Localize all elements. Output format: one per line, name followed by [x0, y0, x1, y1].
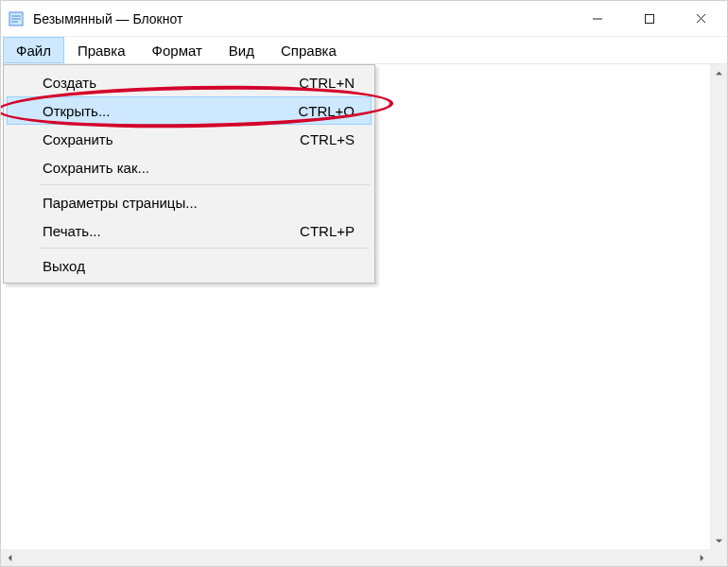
menu-item-save-as[interactable]: Сохранить как...	[7, 153, 372, 181]
menu-item-label: Выход	[43, 258, 355, 274]
menu-file[interactable]: Файл	[3, 37, 64, 63]
close-button[interactable]	[675, 1, 727, 36]
window-controls	[571, 1, 727, 36]
notepad-icon	[7, 9, 26, 28]
minimize-button[interactable]	[571, 1, 623, 36]
menu-item-shortcut: CTRL+N	[299, 75, 355, 91]
menu-bar: Файл Правка Формат Вид Справка	[1, 37, 727, 63]
title-bar: Безымянный — Блокнот	[1, 1, 727, 37]
menu-item-label: Сохранить	[43, 131, 300, 147]
svg-rect-5	[645, 14, 653, 23]
menu-item-print[interactable]: Печать... CTRL+P	[7, 216, 372, 245]
vertical-scrollbar[interactable]	[710, 64, 727, 549]
menu-item-label: Печать...	[43, 223, 300, 239]
window-title: Безымянный — Блокнот	[33, 11, 182, 26]
menu-separator	[41, 248, 370, 249]
menu-item-shortcut: CTRL+O	[298, 103, 355, 119]
menu-item-label: Сохранить как...	[43, 160, 355, 176]
maximize-button[interactable]	[623, 1, 675, 36]
scroll-down-button[interactable]	[710, 532, 727, 549]
client-area: Создать CTRL+N Открыть... CTRL+O Сохрани…	[1, 63, 727, 566]
scroll-left-button[interactable]	[1, 549, 18, 566]
horizontal-scrollbar[interactable]	[1, 549, 710, 566]
scrollbar-corner	[710, 549, 727, 566]
menu-format[interactable]: Формат	[139, 37, 216, 63]
menu-item-page-setup[interactable]: Параметры страницы...	[7, 188, 372, 216]
menu-item-shortcut: CTRL+P	[300, 223, 355, 239]
menu-separator	[41, 184, 370, 185]
menu-item-label: Параметры страницы...	[43, 195, 355, 211]
menu-item-new[interactable]: Создать CTRL+N	[7, 68, 372, 96]
menu-item-label: Создать	[43, 75, 299, 91]
menu-item-save[interactable]: Сохранить CTRL+S	[7, 125, 372, 153]
menu-item-open[interactable]: Открыть... CTRL+O	[7, 96, 372, 125]
menu-item-exit[interactable]: Выход	[7, 251, 372, 280]
scroll-up-button[interactable]	[710, 64, 727, 81]
menu-item-shortcut: CTRL+S	[300, 131, 355, 147]
menu-view[interactable]: Вид	[216, 37, 268, 63]
menu-item-label: Открыть...	[43, 103, 298, 119]
editor-viewport: Создать CTRL+N Открыть... CTRL+O Сохрани…	[1, 63, 727, 566]
menu-help[interactable]: Справка	[268, 37, 350, 63]
menu-edit[interactable]: Правка	[64, 37, 139, 63]
scroll-right-button[interactable]	[693, 549, 710, 566]
file-menu-dropdown: Создать CTRL+N Открыть... CTRL+O Сохрани…	[3, 64, 375, 284]
app-window: Безымянный — Блокнот Файл Правка Формат …	[0, 0, 728, 567]
